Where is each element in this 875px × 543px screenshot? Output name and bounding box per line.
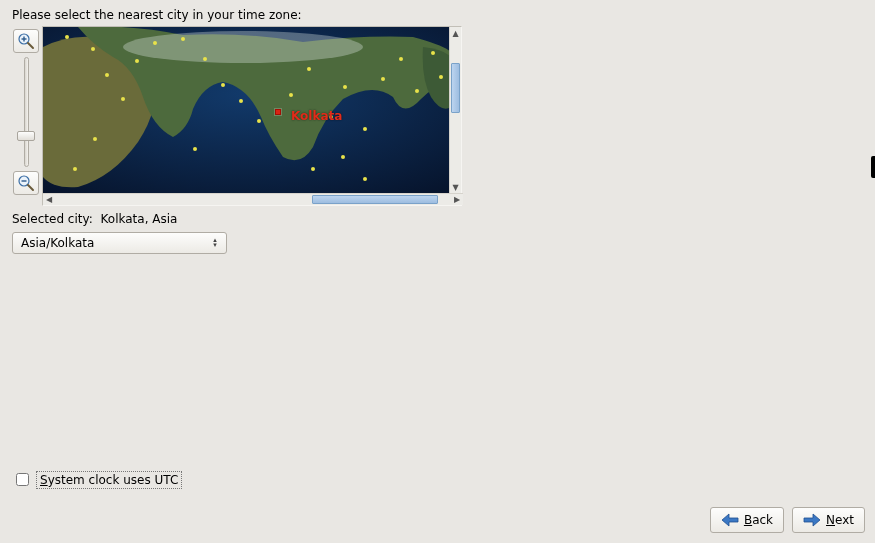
instructions-label: Please select the nearest city in your t…	[12, 8, 863, 22]
selected-city-value: Kolkata, Asia	[101, 212, 178, 226]
zoom-in-button[interactable]	[13, 29, 39, 53]
zoom-controls	[12, 26, 40, 195]
arrow-right-icon	[803, 513, 821, 527]
world-map[interactable]: Kolkata	[43, 27, 449, 193]
map-horizontal-scrollbar[interactable]: ◀ ▶	[43, 193, 463, 205]
back-button[interactable]: Back	[710, 507, 784, 533]
selected-city-marker-label: Kolkata	[291, 109, 342, 123]
map-area: Kolkata ▲ ▼ ◀ ▶	[12, 26, 863, 206]
scroll-up-icon[interactable]: ▲	[450, 27, 461, 39]
svg-point-8	[123, 31, 363, 63]
scroll-down-icon[interactable]: ▼	[450, 181, 461, 193]
zoom-slider-handle[interactable]	[17, 131, 35, 141]
scroll-left-icon[interactable]: ◀	[43, 194, 55, 205]
utc-checkbox[interactable]	[16, 473, 29, 486]
selected-city-label: Selected city:	[12, 212, 93, 226]
selected-city-marker	[275, 109, 281, 115]
zoom-out-icon	[17, 174, 35, 192]
timezone-select-value: Asia/Kolkata	[21, 236, 94, 250]
svg-point-0	[19, 34, 29, 44]
utc-checkbox-row: System clock uses UTC	[12, 470, 182, 489]
dropdown-spinner-icon: ▴▾	[208, 238, 222, 248]
horizontal-scroll-thumb[interactable]	[312, 195, 438, 204]
svg-line-5	[28, 185, 33, 190]
zoom-out-button[interactable]	[13, 171, 39, 195]
timezone-select[interactable]: Asia/Kolkata ▴▾	[12, 232, 227, 254]
svg-line-1	[28, 43, 33, 48]
svg-point-4	[19, 176, 29, 186]
map-vertical-scrollbar[interactable]: ▲ ▼	[449, 27, 461, 193]
utc-checkbox-label[interactable]: System clock uses UTC	[36, 471, 182, 489]
right-edge-notch	[871, 156, 875, 178]
scroll-right-icon[interactable]: ▶	[451, 194, 463, 205]
zoom-slider[interactable]	[24, 53, 29, 171]
zoom-in-icon	[17, 32, 35, 50]
next-button[interactable]: Next	[792, 507, 865, 533]
nav-buttons: Back Next	[710, 507, 865, 533]
arrow-left-icon	[721, 513, 739, 527]
vertical-scroll-thumb[interactable]	[451, 63, 460, 113]
map-frame: Kolkata ▲ ▼ ◀ ▶	[42, 26, 462, 206]
selected-city-line: Selected city: Kolkata, Asia	[12, 212, 863, 226]
